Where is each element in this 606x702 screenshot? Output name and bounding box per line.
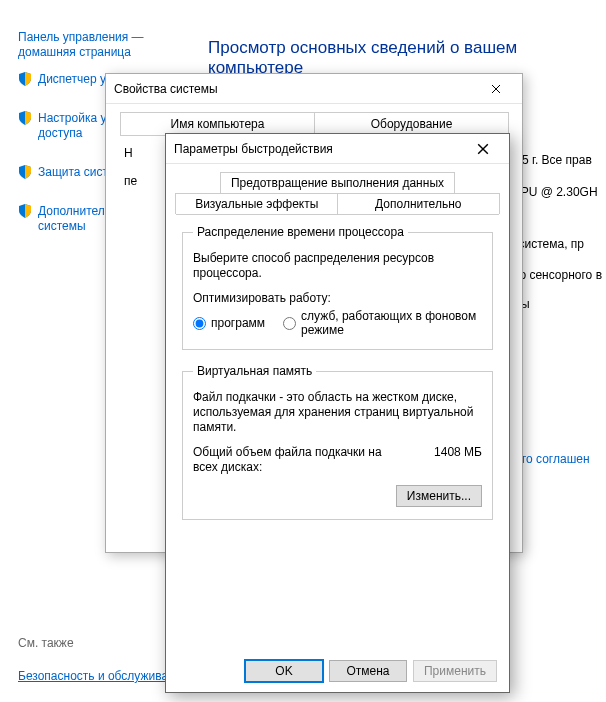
- cancel-button[interactable]: Отмена: [329, 660, 407, 682]
- radio-services[interactable]: служб, работающих в фоновом режиме: [283, 309, 482, 337]
- optimize-label: Оптимизировать работу:: [193, 291, 482, 305]
- group-virtual-memory: Виртуальная память Файл подкачки - это о…: [182, 364, 493, 520]
- group-cpu-scheduling: Распределение времени процессора Выберит…: [182, 225, 493, 350]
- tab-advanced[interactable]: Дополнительно: [337, 193, 501, 214]
- group-legend: Распределение времени процессора: [193, 225, 408, 239]
- apply-button[interactable]: Применить: [413, 660, 497, 682]
- vm-total-row: Общий объем файла подкачки на всех диска…: [193, 445, 482, 475]
- shield-icon: [18, 165, 32, 179]
- tab-hardware[interactable]: Оборудование: [314, 112, 509, 135]
- shield-icon: [18, 204, 32, 218]
- radio-label: служб, работающих в фоновом режиме: [301, 309, 482, 337]
- page-title: Просмотр основных сведений о вашем компь…: [208, 38, 606, 78]
- vm-total-value: 1408 МБ: [434, 445, 482, 475]
- shield-icon: [18, 111, 32, 125]
- close-icon[interactable]: [465, 137, 501, 161]
- vm-total-label: Общий объем файла подкачки на всех диска…: [193, 445, 393, 475]
- tab-visual-effects[interactable]: Визуальные эффекты: [175, 193, 339, 214]
- ok-button[interactable]: OK: [245, 660, 323, 682]
- see-also-label: См. также: [18, 636, 74, 650]
- tab-computer-name[interactable]: Имя компьютера: [120, 112, 315, 135]
- close-icon[interactable]: [478, 77, 514, 101]
- perf-tabs: Предотвращение выполнения данных Визуаль…: [176, 172, 499, 214]
- group-legend: Виртуальная память: [193, 364, 316, 378]
- perf-body: Распределение времени процессора Выберит…: [166, 215, 509, 544]
- dialog-footer: OK Отмена Применить: [166, 660, 509, 682]
- titlebar: Параметры быстродействия: [166, 134, 509, 164]
- dialog-title: Свойства системы: [114, 82, 478, 96]
- radio-label: программ: [211, 316, 265, 330]
- cp-home-link[interactable]: Панель управления — домашняя страница: [18, 30, 158, 60]
- performance-options-dialog: Параметры быстродействия Предотвращение …: [165, 133, 510, 693]
- see-also-link[interactable]: Безопасность и обслуживание: [18, 669, 188, 684]
- shield-icon: [18, 72, 32, 86]
- vm-hint: Файл подкачки - это область на жестком д…: [193, 390, 482, 435]
- radio-programs-input[interactable]: [193, 317, 206, 330]
- cpu-hint: Выберите способ распределения ресурсов п…: [193, 251, 482, 281]
- tab-dep[interactable]: Предотвращение выполнения данных: [220, 172, 455, 193]
- radio-row: программ служб, работающих в фоновом реж…: [193, 309, 482, 337]
- dialog-title: Параметры быстродействия: [174, 142, 465, 156]
- text-fragment: пе: [124, 174, 137, 188]
- titlebar: Свойства системы: [106, 74, 522, 104]
- radio-services-input[interactable]: [283, 317, 296, 330]
- radio-programs[interactable]: программ: [193, 316, 265, 330]
- text-fragment: Н: [124, 146, 133, 160]
- change-button[interactable]: Изменить...: [396, 485, 482, 507]
